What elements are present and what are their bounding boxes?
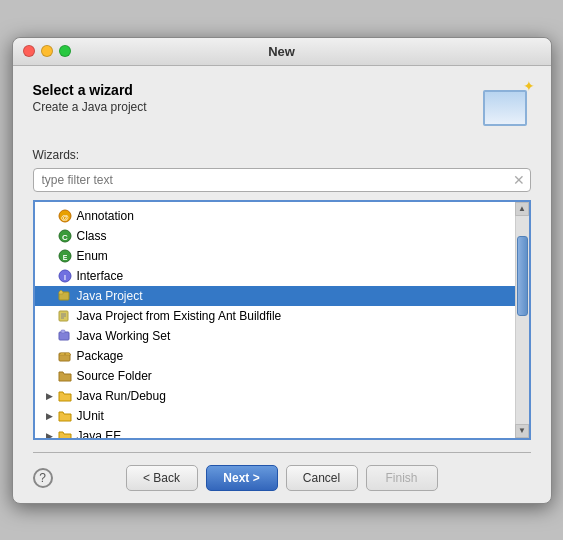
help-button[interactable]: ?: [33, 468, 53, 488]
traffic-lights: [23, 45, 71, 57]
class-label: Class: [77, 229, 107, 243]
clear-search-icon[interactable]: ✕: [513, 172, 525, 188]
ant-buildfile-icon: [57, 308, 73, 324]
tree-item-working-set[interactable]: Java Working Set: [35, 326, 515, 346]
tree-item-source-folder[interactable]: Source Folder: [35, 366, 515, 386]
svg-text:@: @: [61, 212, 69, 221]
class-icon: C: [57, 228, 73, 244]
source-folder-label: Source Folder: [77, 369, 152, 383]
separator: [33, 452, 531, 453]
java-project-label: Java Project: [77, 289, 143, 303]
java-project-icon: [57, 288, 73, 304]
header-section: Select a wizard Create a Java project ✦: [33, 82, 531, 134]
tree-list: @ Annotation C Class: [35, 202, 515, 438]
tree-item-class[interactable]: C Class: [35, 226, 515, 246]
expand-arrow-icon: ▶: [43, 389, 57, 403]
wizard-icon-image: [483, 90, 527, 126]
java-ee-icon: [57, 428, 73, 438]
tree-container: @ Annotation C Class: [33, 200, 531, 440]
junit-label: JUnit: [77, 409, 104, 423]
search-container: ✕: [33, 168, 531, 192]
package-label: Package: [77, 349, 124, 363]
scrollbar[interactable]: ▲ ▼: [515, 202, 529, 438]
titlebar: New: [13, 38, 551, 66]
java-ee-label: Java EE: [77, 429, 122, 438]
finish-button[interactable]: Finish: [366, 465, 438, 491]
working-set-label: Java Working Set: [77, 329, 171, 343]
junit-icon: [57, 408, 73, 424]
heading: Select a wizard: [33, 82, 147, 98]
interface-icon: I: [57, 268, 73, 284]
package-icon: [57, 348, 73, 364]
wizard-icon: ✦: [479, 82, 531, 134]
interface-label: Interface: [77, 269, 124, 283]
header-text: Select a wizard Create a Java project: [33, 82, 147, 114]
annotation-label: Annotation: [77, 209, 134, 223]
working-set-icon: [57, 328, 73, 344]
svg-text:E: E: [62, 253, 67, 260]
button-row: < Back Next > Cancel Finish: [126, 465, 438, 491]
scroll-up-button[interactable]: ▲: [515, 202, 529, 216]
tree-item-interface[interactable]: I Interface: [35, 266, 515, 286]
expand-arrow-junit-icon: ▶: [43, 409, 57, 423]
tree-item-junit[interactable]: ▶ JUnit: [35, 406, 515, 426]
tree-item-java-ee[interactable]: ▶ Java EE: [35, 426, 515, 438]
search-input[interactable]: [33, 168, 531, 192]
minimize-button[interactable]: [41, 45, 53, 57]
annotation-icon: @: [57, 208, 73, 224]
java-run-debug-icon: [57, 388, 73, 404]
tree-item-annotation[interactable]: @ Annotation: [35, 206, 515, 226]
svg-marker-9: [59, 290, 63, 294]
source-folder-icon: [57, 368, 73, 384]
sparkle-icon: ✦: [523, 78, 535, 94]
cancel-button[interactable]: Cancel: [286, 465, 358, 491]
svg-text:C: C: [62, 232, 68, 241]
scroll-track: [516, 216, 529, 424]
bottom-section: ? < Back Next > Cancel Finish: [33, 452, 531, 491]
close-button[interactable]: [23, 45, 35, 57]
tree-item-enum[interactable]: E Enum: [35, 246, 515, 266]
scroll-down-button[interactable]: ▼: [515, 424, 529, 438]
subheading: Create a Java project: [33, 100, 147, 114]
dialog-content: Select a wizard Create a Java project ✦ …: [13, 66, 551, 503]
java-run-debug-label: Java Run/Debug: [77, 389, 166, 403]
back-button[interactable]: < Back: [126, 465, 198, 491]
wizards-label: Wizards:: [33, 148, 531, 162]
button-row-wrapper: ? < Back Next > Cancel Finish: [33, 465, 531, 491]
expand-arrow-javaee-icon: ▶: [43, 429, 57, 438]
scroll-thumb[interactable]: [517, 236, 528, 316]
dialog-window: New Select a wizard Create a Java projec…: [12, 37, 552, 504]
svg-rect-15: [61, 330, 65, 333]
svg-text:I: I: [64, 273, 66, 280]
tree-item-java-run-debug[interactable]: ▶ Java Run/Debug: [35, 386, 515, 406]
ant-buildfile-label: Java Project from Existing Ant Buildfile: [77, 309, 282, 323]
enum-label: Enum: [77, 249, 108, 263]
tree-item-package[interactable]: Package: [35, 346, 515, 366]
tree-item-java-project[interactable]: Java Project: [35, 286, 515, 306]
next-button[interactable]: Next >: [206, 465, 278, 491]
enum-icon: E: [57, 248, 73, 264]
window-title: New: [268, 44, 295, 59]
maximize-button[interactable]: [59, 45, 71, 57]
tree-item-java-project-ant[interactable]: Java Project from Existing Ant Buildfile: [35, 306, 515, 326]
